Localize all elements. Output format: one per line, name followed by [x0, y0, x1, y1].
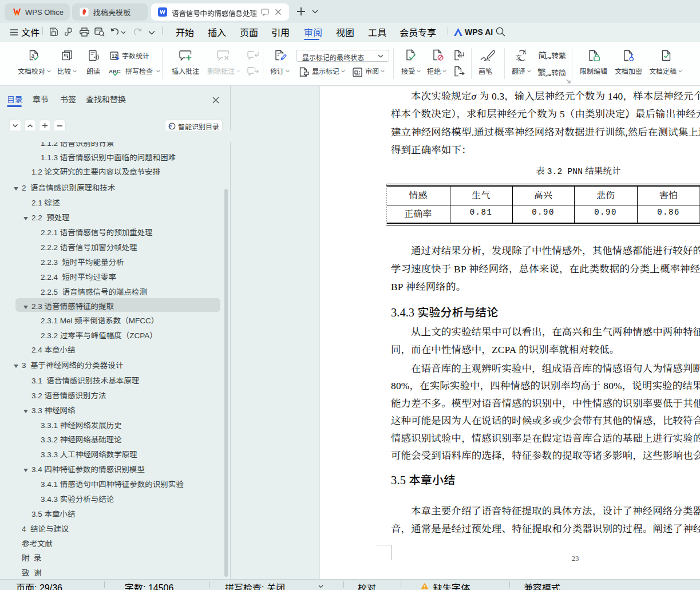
svg-text:ABC: ABC [109, 68, 121, 74]
